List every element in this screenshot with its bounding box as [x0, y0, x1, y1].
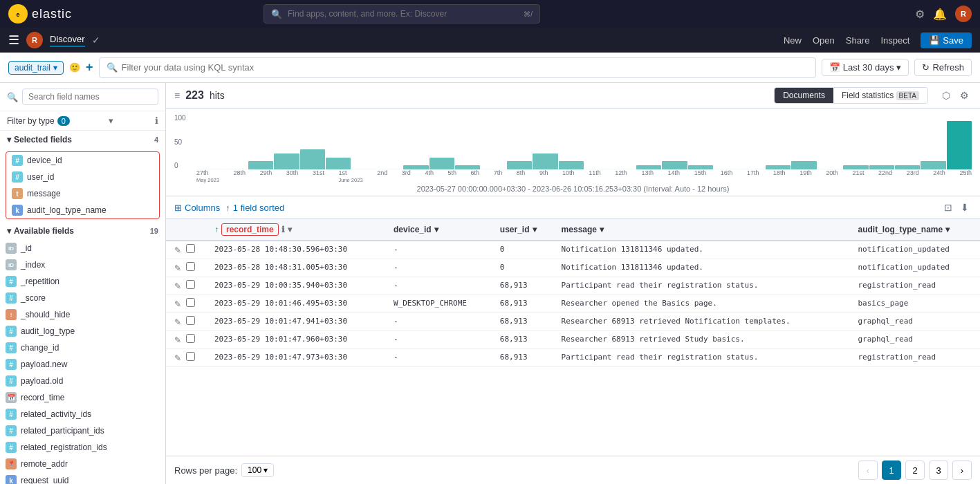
field-item-audit_log_type[interactable]: # audit_log_type — [0, 323, 165, 339]
field-type-icon: # — [6, 359, 17, 370]
menu-icon[interactable]: ☰ — [8, 32, 19, 48]
next-page-button[interactable]: › — [952, 460, 972, 480]
table-row: ✎ 2023-05-29 10:01:47.973+03:30 - 68,913… — [166, 349, 980, 367]
row-checkbox[interactable] — [186, 334, 195, 343]
user-avatar[interactable]: R — [955, 6, 972, 22]
global-search[interactable]: 🔍 ⌘/ — [264, 4, 540, 24]
open-button[interactable]: Open — [813, 35, 835, 46]
field-item-_index[interactable]: ID _index — [0, 257, 165, 273]
field-item-user_id[interactable]: # user_id — [6, 169, 159, 185]
row-checkbox[interactable] — [186, 298, 195, 307]
plus-icon[interactable]: + — [86, 60, 93, 75]
settings-icon-button[interactable]: ⚙ — [957, 89, 972, 102]
table-header-row: ↑ record_time ℹ ▾ device_id ▾ user_id ▾ — [166, 219, 980, 241]
table-header-audit_log_type_name[interactable]: audit_log_type_name ▾ — [851, 219, 980, 241]
kql-input-wrap[interactable]: 🔍 — [99, 57, 816, 78]
chevron-down-icon: ▾ — [288, 225, 292, 234]
discover-tab[interactable]: Discover — [50, 34, 85, 47]
table-cell-device_id: - — [387, 241, 493, 259]
field-item-_id[interactable]: ID _id — [0, 240, 165, 257]
table-cell-user_id: 0 — [493, 259, 555, 277]
table-row: ✎ 2023-05-29 10:01:46.495+03:30 W_DESKTO… — [166, 295, 980, 313]
edit-row-button[interactable]: ✎ — [173, 281, 183, 292]
table-cell-user_id: 68,913 — [493, 331, 555, 349]
field-item-related_activity_ids[interactable]: # related_activity_ids — [0, 406, 165, 422]
filter-type-label[interactable]: Filter by type 0 — [7, 116, 70, 126]
columns-button[interactable]: ⊞ Columns — [174, 203, 220, 213]
field-item-payload_new[interactable]: # payload.new — [0, 356, 165, 373]
hits-count: 223 — [185, 89, 204, 102]
available-fields-section-header[interactable]: ▾ Available fields 19 — [0, 222, 165, 240]
table-row: ✎ 2023-05-29 10:01:47.960+03:30 - 68,913… — [166, 331, 980, 349]
save-button[interactable]: 💾 Save — [921, 32, 972, 48]
share-button[interactable]: Share — [846, 35, 870, 46]
field-item-request_uuid[interactable]: k request_uuid — [0, 472, 165, 484]
page-2-button[interactable]: 2 — [905, 460, 925, 480]
table-cell-user_id: 68,913 — [493, 277, 555, 295]
field-stats-toggle-button[interactable]: Field statistics BETA — [833, 88, 927, 103]
content-area: ≡ 223 hits Documents Field statistics BE… — [166, 83, 980, 484]
collapse-sidebar-button[interactable]: ≡ — [174, 90, 180, 101]
table-header-device_id[interactable]: device_id ▾ — [387, 219, 493, 241]
edit-row-button[interactable]: ✎ — [173, 245, 183, 256]
field-item-_repetition[interactable]: # _repetition — [0, 273, 165, 290]
elastic-logo[interactable]: e elastic — [8, 4, 72, 24]
field-name: audit_log_type — [21, 326, 75, 336]
field-item-related_registration_ids[interactable]: # related_registration_ids — [0, 439, 165, 456]
field-search-input[interactable] — [22, 89, 158, 105]
share-icon-button[interactable]: ⬡ — [939, 89, 953, 102]
edit-row-button[interactable]: ✎ — [173, 263, 183, 274]
time-range-button[interactable]: 📅 Last 30 days ▾ — [822, 59, 909, 76]
kql-input[interactable] — [122, 62, 808, 73]
chart-bar-14 — [559, 161, 584, 169]
page-3-button[interactable]: 3 — [929, 460, 948, 480]
edit-row-button[interactable]: ✎ — [173, 317, 183, 328]
row-checkbox[interactable] — [186, 244, 195, 253]
field-item-payload_old[interactable]: # payload.old — [0, 373, 165, 389]
table-header-record_time[interactable]: ↑ record_time ℹ ▾ — [207, 219, 387, 241]
field-item-record_time[interactable]: 📅 record_time — [0, 389, 165, 406]
rows-per-page-selector[interactable]: 100 ▾ — [241, 463, 274, 477]
sort-up-icon: ↑ — [214, 225, 219, 234]
field-item-change_id[interactable]: # change_id — [0, 339, 165, 356]
chart-bars — [196, 114, 972, 169]
edit-row-button[interactable]: ✎ — [173, 335, 183, 346]
field-item-message[interactable]: t message — [6, 185, 159, 202]
index-selector[interactable]: audit_trail ▾ — [8, 61, 64, 75]
field-item-_score[interactable]: # _score — [0, 290, 165, 306]
field-item-remote_addr[interactable]: 📍 remote_addr — [0, 456, 165, 472]
row-checkbox[interactable] — [186, 280, 195, 289]
field-item-audit_log_type_name[interactable]: k audit_log_type_name — [6, 202, 159, 218]
view-toggle-group: Documents Field statistics BETA — [774, 87, 928, 104]
notifications-icon[interactable]: 🔔 — [933, 8, 947, 21]
edit-row-button[interactable]: ✎ — [173, 299, 183, 310]
settings-icon[interactable]: ⚙ — [915, 8, 925, 21]
refresh-button[interactable]: ↻ Refresh — [914, 59, 972, 76]
row-checkbox[interactable] — [186, 352, 195, 361]
global-search-input[interactable] — [288, 9, 518, 19]
inspect-button[interactable]: Inspect — [880, 35, 909, 46]
row-checkbox[interactable] — [186, 262, 195, 271]
page-1-button[interactable]: 1 — [882, 460, 901, 480]
field-name: related_registration_ids — [21, 443, 107, 452]
sort-button[interactable]: ↑ 1 field sorted — [225, 203, 284, 213]
selected-fields-section-header[interactable]: ▾ Selected fields 4 — [0, 131, 165, 149]
top-navigation: e elastic 🔍 ⌘/ ⚙ 🔔 R — [0, 0, 980, 28]
row-checkbox[interactable] — [186, 316, 195, 325]
table-header-user_id[interactable]: user_id ▾ — [493, 219, 555, 241]
chevron-down-icon: ▾ — [109, 115, 113, 126]
table-header-message[interactable]: message ▾ — [555, 219, 851, 241]
expand-table-button[interactable]: ⊡ — [941, 201, 955, 214]
download-table-button[interactable]: ⬇ — [958, 201, 972, 214]
chart-y-labels: 100 50 0 — [174, 114, 195, 169]
field-type-icon: # — [6, 276, 17, 287]
kql-search-icon: 🔍 — [107, 62, 118, 73]
edit-row-button[interactable]: ✎ — [173, 353, 183, 364]
previous-page-button[interactable]: ‹ — [858, 460, 878, 480]
field-item-device_id[interactable]: # device_id — [6, 152, 159, 169]
field-item-_should_hide[interactable]: ! _should_hide — [0, 306, 165, 323]
documents-toggle-button[interactable]: Documents — [775, 88, 833, 103]
smile-icon[interactable]: 🙂 — [69, 62, 80, 73]
field-item-related_participant_ids[interactable]: # related_participant_ids — [0, 422, 165, 439]
new-button[interactable]: New — [784, 35, 802, 46]
